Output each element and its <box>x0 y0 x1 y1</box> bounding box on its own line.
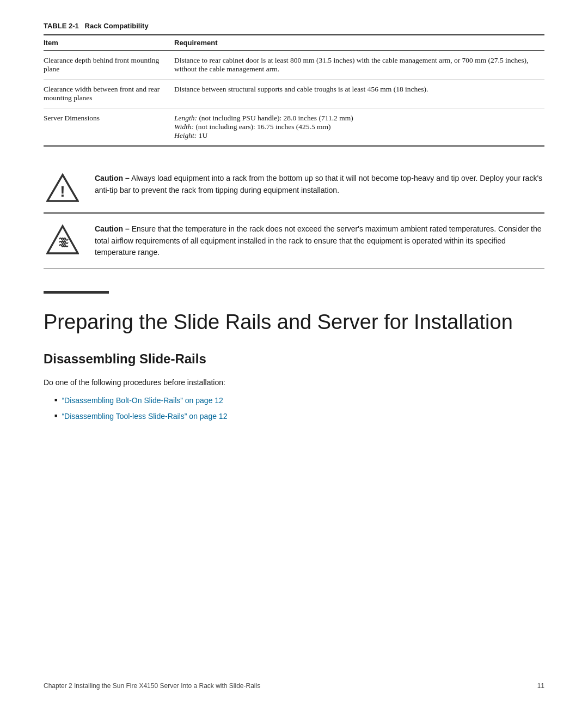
item-cell: Clearance depth behind front mounting pl… <box>44 51 174 80</box>
bullet-list: “Disassembling Bolt-On Slide-Rails” on p… <box>54 395 544 422</box>
table-label: TABLE 2-1 Rack Compatibility <box>44 22 544 30</box>
rack-compatibility-table: Item Requirement Clearance depth behind … <box>44 34 544 147</box>
svg-text:!: ! <box>60 183 65 200</box>
req-cell: Length: (not including PSU handle): 28.0… <box>174 108 544 147</box>
svg-marker-2 <box>47 226 78 253</box>
table-section: TABLE 2-1 Rack Compatibility Item Requir… <box>44 22 544 147</box>
sub-heading: Disassembling Slide-Rails <box>44 351 544 367</box>
req-cell: Distance to rear cabinet door is at leas… <box>174 51 544 80</box>
table-row: Server Dimensions Length: (not including… <box>44 108 544 147</box>
caution-1-section: ! Caution – Always load equipment into a… <box>44 163 544 213</box>
footer-page-number: 11 <box>537 682 544 690</box>
list-item: “Disassembling Tool-less Slide-Rails” on… <box>54 411 544 422</box>
req-cell: Distance between structural supports and… <box>174 80 544 108</box>
item-cell: Server Dimensions <box>44 108 174 147</box>
col-item: Item <box>44 35 174 51</box>
section-divider <box>44 291 109 294</box>
footer-chapter: Chapter 2 Installing the Sun Fire X4150 … <box>44 682 260 690</box>
body-text: Do one of the following procedures befor… <box>44 376 544 388</box>
list-item: “Disassembling Bolt-On Slide-Rails” on p… <box>54 395 544 406</box>
caution-2-icon <box>44 223 82 256</box>
caution-2-text: Caution – Ensure that the temperature in… <box>95 223 544 259</box>
caution-2-section: Caution – Ensure that the temperature in… <box>44 213 544 269</box>
page-footer: Chapter 2 Installing the Sun Fire X4150 … <box>44 682 544 690</box>
table-row: Clearance depth behind front mounting pl… <box>44 51 544 80</box>
bolt-on-link[interactable]: “Disassembling Bolt-On Slide-Rails” on p… <box>62 395 223 406</box>
table-row: Clearance width between front and rear m… <box>44 80 544 108</box>
item-cell: Clearance width between front and rear m… <box>44 80 174 108</box>
caution-1-text: Caution – Always load equipment into a r… <box>95 173 544 196</box>
tool-less-link[interactable]: “Disassembling Tool-less Slide-Rails” on… <box>62 411 227 422</box>
caution-1-icon: ! <box>44 173 82 203</box>
chapter-title: Preparing the Slide Rails and Server for… <box>44 310 544 335</box>
col-requirement: Requirement <box>174 35 544 51</box>
